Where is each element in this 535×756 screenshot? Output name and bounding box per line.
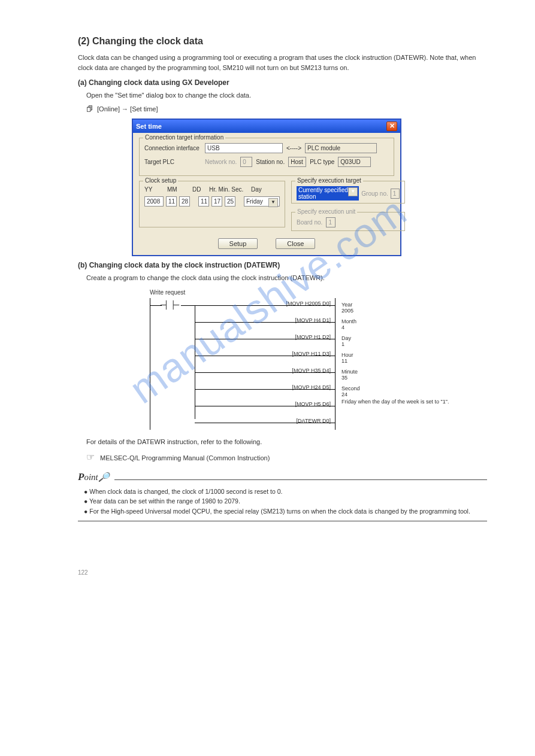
network-no-field: 0 — [240, 157, 252, 167]
network-no-label: Network no. — [205, 159, 237, 165]
close-button[interactable]: Close — [276, 238, 315, 249]
conn-interface-label: Connection interface — [144, 145, 201, 151]
set-time-dialog: Set time ✕ Connection target information… — [132, 119, 401, 256]
board-no-label: Board no. — [297, 219, 322, 226]
group-connection: Connection target information Connection… — [139, 138, 394, 176]
min-field[interactable]: 17 — [211, 196, 222, 207]
reference-title: MELSEC-Q/L Programming Manual (Common In… — [100, 454, 270, 462]
hdr-day: Day — [251, 186, 262, 193]
dd-field[interactable]: 28 — [179, 196, 190, 207]
day-combo[interactable]: Friday — [244, 196, 280, 207]
rung-3-cmt: Hour 11 — [341, 352, 353, 364]
rung-3: [MOVP H11 D3] — [292, 351, 331, 357]
subsection-b-title: (b) Changing clock data by the clock ins… — [78, 261, 487, 269]
hdr-yy: YY — [144, 186, 161, 193]
point-label: Point🔎 — [78, 471, 110, 483]
rung-5-cmt: Second 24 — [341, 385, 360, 397]
ladder-diagram: Write request ─┤ ├─ [MOVP H2005 D0] [MOV… — [150, 289, 487, 430]
ladder-contact: ─┤ ├─ — [161, 300, 178, 309]
rung-4: [MOVP H35 D4] — [292, 368, 331, 374]
subsection-b-desc: Create a program to change the clock dat… — [86, 273, 487, 283]
group-exec-title: Specify execution target — [295, 177, 363, 184]
section-heading: (2) Changing the clock data — [78, 36, 487, 47]
rung-4-cmt: Minute 35 — [341, 369, 358, 381]
exec-target-value: Currently specified station — [298, 187, 348, 200]
pointer-icon: ☞ — [86, 452, 95, 462]
subsection-a-desc: Open the "Set time" dialog box to change… — [86, 90, 487, 101]
mm-field[interactable]: 11 — [166, 196, 177, 207]
group-no-label: Group no. — [361, 190, 388, 197]
rung-2: [MOVP H1 D2] — [295, 334, 331, 340]
plc-module-field: PLC module — [305, 143, 377, 153]
rung-2-cmt: Day 1 — [341, 335, 351, 347]
hr-field[interactable]: 11 — [198, 196, 209, 207]
rung-7: [DATEWR D0] — [297, 418, 331, 424]
group-clock: Clock setup YY MM DD Hr. Min. Sec. Day 2… — [139, 181, 285, 227]
conn-interface-field[interactable]: USB — [205, 143, 283, 153]
exec-target-combo[interactable]: Currently specified station — [297, 186, 359, 201]
rung-0: [MOVP H2005 D0] — [286, 300, 331, 306]
group-clock-title: Clock setup — [143, 177, 178, 184]
hdr-mm: MM — [167, 186, 186, 193]
menu-path: 🗍 [Online] → [Set time] — [86, 104, 487, 114]
point-block: Point🔎 ● When clock data is changed, the… — [78, 471, 487, 521]
magnifier-icon: 🔎 — [98, 472, 110, 482]
rung-5: [MOVP H24 D5] — [292, 384, 331, 390]
group-exec-unit: Specify execution unit Board no. 1 — [291, 212, 405, 231]
rung-1: [MOVP H4 D1] — [295, 317, 331, 323]
hdr-hms: Hr. Min. Sec. — [209, 186, 245, 193]
group-no-field: 1 — [391, 189, 400, 199]
target-plc-label: Target PLC — [144, 159, 201, 165]
page-footer: 122 — [78, 569, 487, 576]
group-exec-target: Specify execution target Currently speci… — [291, 181, 405, 204]
rung-1-cmt: Month 4 — [341, 318, 356, 330]
section-intro: Clock data can be changed using a progra… — [78, 53, 487, 72]
section-title-text: Changing the clock data — [92, 36, 203, 46]
close-icon[interactable]: ✕ — [386, 122, 397, 131]
station-no-field: Host — [288, 157, 306, 167]
yy-field[interactable]: 2008 — [144, 196, 164, 207]
plc-type-label: PLC type — [310, 159, 334, 165]
sec-field[interactable]: 25 — [225, 196, 235, 207]
group-connection-title: Connection target information — [143, 134, 225, 141]
page-number: 122 — [78, 569, 88, 576]
rung-6: [MOVP H5 D6] — [295, 401, 331, 407]
point-body: ● When clock data is changed, the clock … — [84, 487, 487, 516]
conn-arrow: <----> — [286, 145, 301, 151]
ladder-caption: Write request — [150, 289, 487, 296]
setup-button[interactable]: Setup — [218, 238, 258, 249]
dialog-title: Set time — [136, 123, 162, 130]
reference-line: ☞ MELSEC-Q/L Programming Manual (Common … — [86, 451, 487, 463]
section-number: (2) — [78, 36, 90, 46]
subsection-a-title: (a) Changing clock data using GX Develop… — [78, 78, 487, 87]
board-no-field: 1 — [326, 217, 335, 227]
rung-0-cmt: Year 2005 — [341, 302, 353, 314]
rung-6-cmt: Friday when the day of the week is set t… — [341, 399, 449, 405]
station-no-label: Station no. — [256, 159, 285, 165]
dialog-titlebar: Set time ✕ — [133, 120, 400, 133]
plc-type-field: Q03UD — [338, 157, 371, 167]
group-unit-title: Specify execution unit — [295, 208, 357, 215]
subsection-b-tail: For details of the DATEWR instruction, r… — [86, 437, 487, 447]
hdr-dd: DD — [192, 186, 203, 193]
